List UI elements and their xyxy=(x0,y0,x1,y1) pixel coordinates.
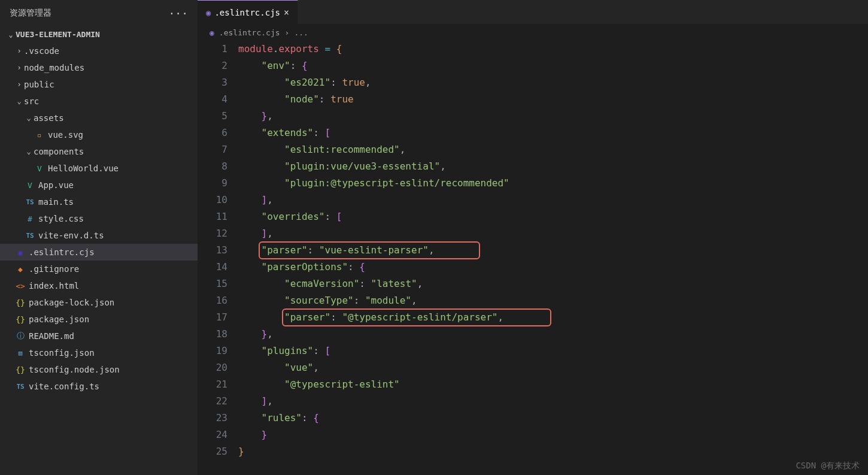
code-line[interactable]: }, xyxy=(238,108,868,125)
code-line[interactable]: "eslint:recommended", xyxy=(238,141,868,158)
file-item[interactable]: ▫vue.svg xyxy=(0,126,198,143)
code-line[interactable]: "parser": "@typescript-eslint/parser", xyxy=(238,309,868,326)
file-item[interactable]: #style.css xyxy=(0,210,198,227)
folder-item[interactable]: ⌄src xyxy=(0,93,198,110)
tab-bar: ◉ .eslintrc.cjs × xyxy=(198,0,868,24)
file-item[interactable]: TSvite.config.ts xyxy=(0,378,198,395)
chevron-down-icon: ⌄ xyxy=(24,114,34,122)
chevron-down-icon: ⌄ xyxy=(14,97,24,105)
file-item[interactable]: ⓘREADME.md xyxy=(0,328,198,344)
file-item[interactable]: VApp.vue xyxy=(0,177,198,193)
tree-item-label: main.ts xyxy=(38,197,74,207)
code-line[interactable]: "plugin:@typescript-eslint/recommended" xyxy=(238,175,868,192)
code-content[interactable]: module.exports = { "env": { "es2021": tr… xyxy=(238,41,868,475)
json-icon: {} xyxy=(14,315,26,324)
watermark: CSDN @有来技术 xyxy=(796,461,860,471)
folder-item[interactable]: ⌄components xyxy=(0,143,198,160)
code-line[interactable]: ], xyxy=(238,192,868,208)
tree-item-label: node_modules xyxy=(24,63,84,72)
tree-item-label: vite.config.ts xyxy=(29,382,99,391)
line-number: 9 xyxy=(198,175,227,192)
tree-item-label: index.html xyxy=(29,281,79,291)
file-tree: ›.vscode›node_modules›public⌄src⌄assets▫… xyxy=(0,43,198,475)
code-line[interactable]: "parser": "vue-eslint-parser", xyxy=(238,242,868,259)
breadcrumb-more: ... xyxy=(294,28,308,37)
json-icon: {} xyxy=(14,365,26,374)
code-line[interactable]: "@typescript-eslint" xyxy=(238,376,868,393)
file-item[interactable]: TSmain.ts xyxy=(0,193,198,210)
code-line[interactable]: "extends": [ xyxy=(238,125,868,141)
ts-icon: TS xyxy=(14,383,26,391)
tsjson-icon: ▧ xyxy=(14,349,26,357)
tree-item-label: .eslintrc.cjs xyxy=(29,247,95,257)
tree-item-label: style.css xyxy=(38,214,84,223)
file-item[interactable]: <>index.html xyxy=(0,277,198,294)
breadcrumb-sep: › xyxy=(285,28,290,37)
code-line[interactable]: "plugins": [ xyxy=(238,343,868,359)
json-icon: {} xyxy=(14,298,26,307)
line-number: 21 xyxy=(198,376,227,393)
file-item[interactable]: {}tsconfig.node.json xyxy=(0,361,198,378)
code-line[interactable]: "node": true xyxy=(238,91,868,108)
eslint-icon: ◉ xyxy=(14,248,26,257)
tree-item-label: README.md xyxy=(29,331,74,341)
line-number: 17 xyxy=(198,309,227,326)
line-number: 2 xyxy=(198,58,227,74)
project-root[interactable]: ⌄ VUE3-ELEMENT-ADMIN xyxy=(0,26,198,43)
line-number: 1 xyxy=(198,41,227,58)
line-number: 25 xyxy=(198,443,227,460)
folder-item[interactable]: ›node_modules xyxy=(0,59,198,76)
file-item[interactable]: ◉.eslintrc.cjs xyxy=(0,244,198,261)
code-line[interactable]: "plugin:vue/vue3-essential", xyxy=(238,158,868,175)
close-icon[interactable]: × xyxy=(284,7,289,18)
tree-item-label: assets xyxy=(34,113,64,123)
chevron-down-icon: ⌄ xyxy=(24,147,34,156)
line-number: 15 xyxy=(198,276,227,292)
code-line[interactable]: module.exports = { xyxy=(238,41,868,58)
file-item[interactable]: ◆.gitignore xyxy=(0,261,198,277)
folder-item[interactable]: ⌄assets xyxy=(0,110,198,126)
code-editor[interactable]: 1234567891011121314151617181920212223242… xyxy=(198,41,868,475)
code-line[interactable]: "parserOptions": { xyxy=(238,259,868,276)
line-number: 3 xyxy=(198,74,227,91)
tab-label: .eslintrc.cjs xyxy=(214,8,280,17)
breadcrumb[interactable]: ◉ .eslintrc.cjs › ... xyxy=(198,24,868,41)
file-item[interactable]: {}package.json xyxy=(0,311,198,328)
tree-item-label: vite-env.d.ts xyxy=(38,231,104,240)
line-number: 11 xyxy=(198,208,227,225)
line-number: 5 xyxy=(198,108,227,125)
folder-item[interactable]: ›public xyxy=(0,76,198,93)
tab-eslintrc[interactable]: ◉ .eslintrc.cjs × xyxy=(198,0,298,24)
explorer-sidebar: 资源管理器 ··· ⌄ VUE3-ELEMENT-ADMIN ›.vscode›… xyxy=(0,0,198,475)
code-line[interactable]: "es2021": true, xyxy=(238,74,868,91)
code-line[interactable]: "env": { xyxy=(238,58,868,74)
tree-item-label: src xyxy=(24,96,39,106)
folder-item[interactable]: ›.vscode xyxy=(0,43,198,59)
tree-item-label: .vscode xyxy=(24,46,59,56)
explorer-title: 资源管理器 xyxy=(10,8,51,19)
code-line[interactable]: "sourceType": "module", xyxy=(238,292,868,309)
code-line[interactable]: }, xyxy=(238,326,868,343)
git-icon: ◆ xyxy=(14,265,26,274)
code-line[interactable]: "rules": { xyxy=(238,410,868,426)
line-number: 13 xyxy=(198,242,227,259)
line-number: 20 xyxy=(198,359,227,376)
file-item[interactable]: {}package-lock.json xyxy=(0,294,198,311)
line-number: 16 xyxy=(198,292,227,309)
code-line[interactable]: "overrides": [ xyxy=(238,208,868,225)
code-line[interactable]: "ecmaVersion": "latest", xyxy=(238,276,868,292)
more-actions-icon[interactable]: ··· xyxy=(168,7,188,20)
file-item[interactable]: ▧tsconfig.json xyxy=(0,344,198,361)
code-line[interactable]: ], xyxy=(238,393,868,410)
file-item[interactable]: VHelloWorld.vue xyxy=(0,160,198,177)
code-line[interactable]: ], xyxy=(238,225,868,242)
code-line[interactable]: } xyxy=(238,426,868,443)
tree-item-label: public xyxy=(24,80,54,89)
code-line[interactable]: } xyxy=(238,443,868,460)
eslint-icon: ◉ xyxy=(210,28,214,37)
code-line[interactable]: "vue", xyxy=(238,359,868,376)
explorer-header: 资源管理器 ··· xyxy=(0,0,198,26)
line-number: 22 xyxy=(198,393,227,410)
file-item[interactable]: TSvite-env.d.ts xyxy=(0,227,198,244)
md-icon: ⓘ xyxy=(14,331,26,341)
